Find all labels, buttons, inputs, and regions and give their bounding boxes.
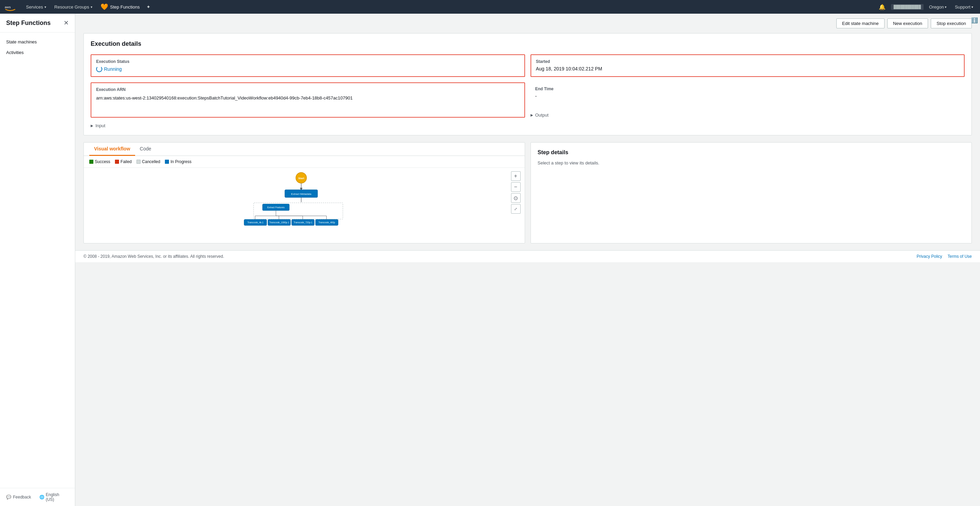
arn-label: Execution ARN [96, 87, 520, 92]
cancelled-dot [137, 160, 141, 164]
sidebar-close-button[interactable]: ✕ [64, 19, 69, 27]
execution-details-title: Execution details [91, 40, 965, 48]
services-chevron: ▾ [45, 5, 46, 9]
sidebar-header: Step Functions ✕ [0, 14, 75, 32]
cancelled-label: Cancelled [142, 159, 160, 164]
sidebar-item-activities[interactable]: Activities [0, 47, 75, 58]
services-nav[interactable]: Services ▾ [22, 0, 50, 14]
execution-details-grid: Execution Status Running Started Aug 18,… [91, 54, 965, 117]
started-value: Aug 18, 2019 10:04:02.212 PM [536, 66, 959, 71]
sidebar-footer: 💬 Feedback 🌐 English (US) [0, 488, 75, 506]
end-time-label: End Time [535, 87, 960, 91]
support-chevron: ▾ [972, 5, 973, 9]
success-label: Success [95, 159, 110, 164]
output-expand[interactable]: ▶ Output [531, 113, 965, 117]
input-label: Input [95, 123, 105, 128]
language-label: English (US) [46, 492, 69, 502]
step-details-title: Step details [538, 149, 965, 155]
region-chevron: ▾ [945, 5, 947, 9]
running-text: Running [104, 66, 122, 72]
edit-state-machine-button[interactable]: Edit state machine [836, 19, 885, 29]
legend-failed: Failed [115, 159, 132, 164]
zoom-out-button[interactable]: − [511, 182, 520, 192]
bottom-row: Visual workflow Code Success Failed Canc… [83, 142, 972, 243]
feedback-button[interactable]: 💬 Feedback [6, 495, 31, 500]
language-selector[interactable]: 🌐 English (US) [39, 492, 69, 502]
app-layout: Step Functions ✕ State machines Activiti… [0, 14, 980, 506]
failed-label: Failed [120, 159, 132, 164]
resource-groups-nav[interactable]: Resource Groups ▾ [50, 0, 97, 14]
svg-text:Transcode_4k-1: Transcode_4k-1 [247, 221, 263, 224]
visual-workflow-card: Visual workflow Code Success Failed Canc… [83, 142, 525, 243]
execution-status-label: Execution Status [96, 59, 520, 64]
output-label: Output [535, 113, 549, 117]
execution-status-value: Running [96, 66, 520, 72]
legend-success: Success [89, 159, 110, 164]
feedback-icon: 💬 [6, 495, 11, 500]
execution-right-details: End Time - ▶ Output [531, 82, 965, 117]
services-label: Services [26, 5, 43, 10]
workflow-controls: + − ⊙ ⤢ [511, 171, 520, 214]
step-functions-nav-label: Step Functions [110, 5, 140, 10]
execution-arn-box: Execution ARN arn:aws:states:us-west-2:1… [91, 82, 525, 117]
new-execution-button[interactable]: New execution [887, 19, 928, 29]
main-content: Edit state machine New execution Stop ex… [75, 14, 980, 506]
sidebar-nav: State machines Activities [0, 32, 75, 62]
sidebar: Step Functions ✕ State machines Activiti… [0, 14, 75, 506]
svg-text:Transcode_480p: Transcode_480p [318, 221, 335, 224]
tab-code[interactable]: Code [135, 143, 156, 156]
end-time-box: End Time - [531, 82, 965, 103]
arn-value: arn:aws:states:us-west-2:134029540168:ex… [96, 95, 520, 102]
workflow-svg: Start Extract Metadata Extract Features [89, 171, 519, 240]
aws-logo: aws [4, 1, 16, 13]
pin-icon[interactable]: ✦ [144, 4, 153, 10]
workflow-legend: Success Failed Cancelled In Progress [84, 156, 525, 168]
support-menu[interactable]: Support ▾ [952, 5, 976, 10]
end-time-value: - [535, 94, 960, 99]
zoom-in-button[interactable]: + [511, 171, 520, 181]
failed-dot [115, 160, 119, 164]
globe-icon: 🌐 [39, 495, 45, 500]
resource-groups-chevron: ▾ [91, 5, 92, 9]
region-label: Oregon [929, 5, 944, 10]
step-details-hint: Select a step to view its details. [538, 160, 965, 165]
step-details-card: Step details Select a step to view its d… [531, 142, 972, 243]
execution-status-box: Execution Status Running [91, 54, 525, 77]
input-expand-arrow: ▶ [91, 124, 93, 127]
stop-execution-button[interactable]: Stop execution [931, 19, 972, 29]
workflow-canvas: Start Extract Metadata Extract Features [84, 168, 525, 243]
legend-cancelled: Cancelled [137, 159, 160, 164]
tab-visual-workflow[interactable]: Visual workflow [89, 143, 135, 156]
svg-text:Transcode_720p-1: Transcode_720p-1 [294, 221, 313, 224]
zoom-reset-button[interactable]: ⊙ [511, 193, 520, 203]
region-selector[interactable]: Oregon ▾ [926, 5, 949, 10]
in-progress-label: In Progress [170, 159, 191, 164]
feedback-label: Feedback [13, 495, 31, 500]
zoom-fit-button[interactable]: ⤢ [511, 204, 520, 214]
execution-details-card: Execution details Execution Status Runni… [83, 33, 972, 135]
svg-text:Extract Features: Extract Features [267, 206, 285, 209]
started-label: Started [536, 59, 959, 64]
svg-text:aws: aws [5, 5, 11, 9]
input-expand[interactable]: ▶ Input [91, 123, 965, 128]
step-functions-nav: 🧡 Step Functions [97, 3, 144, 11]
terms-of-use-link[interactable]: Terms of Use [948, 254, 972, 259]
svg-text:Extract Metadata: Extract Metadata [291, 192, 312, 195]
legend-in-progress: In Progress [165, 159, 191, 164]
footer: © 2008 - 2019, Amazon Web Services, Inc.… [75, 250, 980, 262]
execution-started-box: Started Aug 18, 2019 10:04:02.212 PM [531, 54, 965, 77]
sidebar-title: Step Functions [6, 19, 51, 27]
footer-copyright: © 2008 - 2019, Amazon Web Services, Inc.… [83, 254, 224, 259]
notification-bell[interactable]: 🔔 [876, 4, 888, 10]
main-toolbar: Edit state machine New execution Stop ex… [75, 14, 980, 33]
step-functions-icon: 🧡 [100, 3, 108, 11]
footer-right: Privacy Policy Terms of Use [917, 254, 972, 259]
svg-text:Start: Start [298, 177, 304, 180]
sidebar-item-state-machines[interactable]: State machines [0, 36, 75, 47]
top-nav: aws Services ▾ Resource Groups ▾ 🧡 Step … [0, 0, 980, 14]
privacy-policy-link[interactable]: Privacy Policy [917, 254, 942, 259]
info-icon[interactable]: ℹ️ [971, 17, 978, 24]
resource-groups-label: Resource Groups [54, 5, 89, 10]
success-dot [89, 160, 93, 164]
support-label: Support [955, 5, 970, 10]
